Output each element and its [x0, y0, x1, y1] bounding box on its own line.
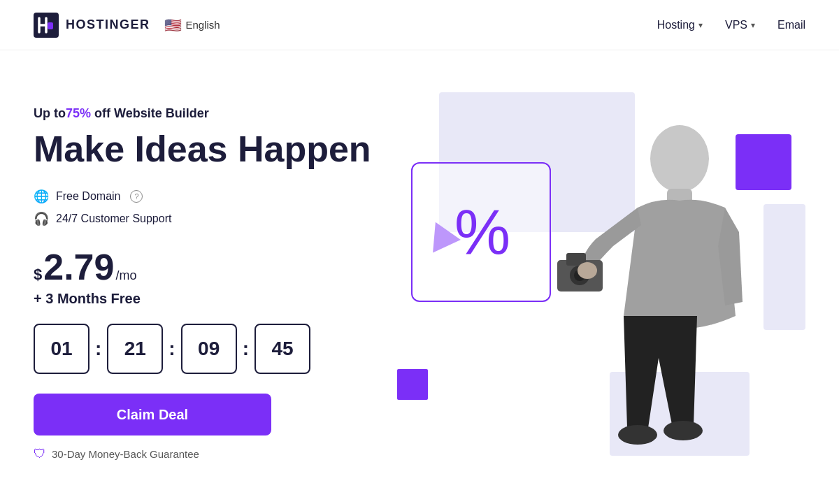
language-selector[interactable]: 🇺🇸 English — [164, 17, 220, 34]
price-amount: 2.79 — [43, 249, 114, 285]
countdown-minutes: 09 — [181, 324, 237, 374]
price-period: /mo — [115, 268, 136, 283]
nav-vps[interactable]: VPS ▾ — [725, 19, 755, 31]
guarantee-badge: 🛡 30-Day Money-Back Guarantee — [34, 447, 383, 461]
price-block: $ 2.79 /mo — [34, 249, 383, 285]
price-line: $ 2.79 /mo — [34, 249, 383, 285]
main-nav: Hosting ▾ VPS ▾ Email — [657, 19, 805, 31]
info-icon[interactable]: ? — [130, 190, 143, 203]
percent-symbol: % — [454, 201, 508, 264]
person-illustration — [519, 92, 750, 504]
logo[interactable]: HOSTINGER — [34, 13, 150, 38]
deco-rect-right — [763, 204, 805, 330]
countdown-timer: 01 : 21 : 09 : 45 — [34, 324, 383, 374]
countdown-sep-2: : — [168, 338, 175, 360]
promo-tag: Up to75% off Website Builder — [34, 106, 383, 121]
feature-list: 🌐 Free Domain ? 🎧 24/7 Customer Support — [34, 189, 383, 226]
price-currency: $ — [34, 266, 42, 284]
logo-icon — [34, 13, 59, 38]
nav-hosting-label: Hosting — [657, 19, 695, 31]
countdown-sep-3: : — [243, 338, 249, 360]
deco-square-bottom-left — [397, 369, 428, 400]
svg-point-10 — [578, 262, 597, 279]
claim-deal-button[interactable]: Claim Deal — [34, 394, 271, 435]
feature-support: 🎧 24/7 Customer Support — [34, 211, 383, 226]
promo-highlight: 75% — [66, 106, 91, 120]
svg-point-9 — [664, 421, 703, 440]
countdown-sep-1: : — [95, 338, 101, 360]
nav-hosting[interactable]: Hosting ▾ — [657, 19, 703, 31]
nav-email-label: Email — [777, 19, 805, 31]
countdown-days: 01 — [34, 324, 89, 374]
chevron-down-icon: ▾ — [698, 20, 703, 30]
globe-icon: 🌐 — [34, 189, 49, 204]
hero-content: Up to75% off Website Builder Make Ideas … — [34, 92, 383, 461]
hero-section: Up to75% off Website Builder Make Ideas … — [0, 50, 839, 504]
promo-suffix: off Website Builder — [91, 106, 209, 120]
promo-prefix: Up to — [34, 106, 66, 120]
guarantee-text: 30-Day Money-Back Guarantee — [52, 448, 199, 460]
hero-person — [519, 92, 750, 504]
cta-label: Claim Deal — [117, 407, 188, 423]
headset-icon: 🎧 — [34, 211, 49, 226]
logo-text: HOSTINGER — [66, 17, 150, 32]
feature-domain-label: Free Domain — [56, 190, 120, 203]
nav-vps-label: VPS — [725, 19, 747, 31]
chevron-down-icon: ▾ — [751, 20, 755, 30]
hero-visual: % — [383, 92, 805, 498]
feature-support-label: 24/7 Customer Support — [56, 213, 171, 225]
countdown-hours: 21 — [107, 324, 163, 374]
svg-point-2 — [650, 125, 709, 192]
shield-icon: 🛡 — [34, 447, 46, 461]
header-left: HOSTINGER 🇺🇸 English — [34, 13, 220, 38]
language-label: English — [186, 19, 220, 31]
hero-headline: Make Ideas Happen — [34, 129, 383, 169]
flag-icon: 🇺🇸 — [164, 17, 182, 34]
months-free: + 3 Months Free — [34, 291, 383, 307]
countdown-seconds: 45 — [254, 324, 310, 374]
feature-free-domain: 🌐 Free Domain ? — [34, 189, 383, 204]
svg-point-8 — [618, 425, 657, 445]
nav-email[interactable]: Email — [777, 19, 805, 31]
svg-rect-1 — [48, 22, 53, 29]
